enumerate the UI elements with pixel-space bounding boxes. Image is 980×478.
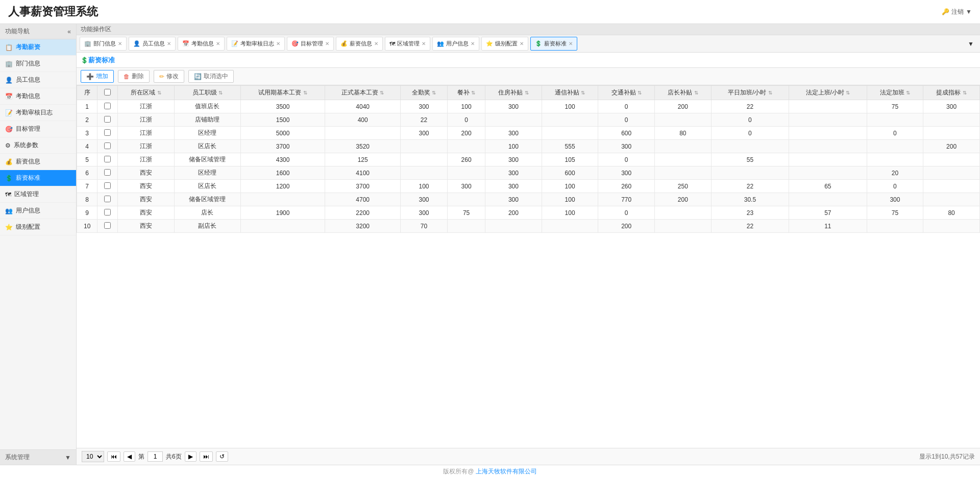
tab-xinzi[interactable]: 💰薪资信息✕ [336, 37, 383, 51]
sidebar-footer[interactable]: 系统管理 ▼ [0, 449, 76, 465]
edit-button[interactable]: ✏ 修改 [154, 70, 184, 83]
row-checkbox[interactable] [104, 169, 111, 176]
sidebar-item-kaoquan[interactable]: 📋考勤薪资 [0, 39, 76, 56]
sidebar-item-quyu[interactable]: 🗺区域管理 [0, 186, 76, 203]
page-size-select[interactable]: 10 20 50 [82, 451, 104, 462]
sidebar-item-kaoqin[interactable]: 📅考勤信息 [0, 88, 76, 105]
table-row[interactable]: 9西安店长1900220030075200100023577580 [77, 206, 980, 220]
col-region[interactable]: 所在区域 ⇅ [118, 86, 175, 100]
col-trial-salary[interactable]: 试用期基本工资 ⇅ [240, 86, 325, 100]
cell-daily-ot: 22 [711, 100, 789, 113]
tab-xinzibiaozhun[interactable]: 💲薪资标准✕ [530, 37, 577, 51]
col-legal-ot[interactable]: 法定上班/小时 ⇅ [789, 86, 867, 100]
cell-legal-ot [789, 193, 867, 206]
tab-close-xinzibiaozhun[interactable]: ✕ [569, 41, 573, 46]
tab-close-yuangong[interactable]: ✕ [167, 41, 171, 46]
first-page-button[interactable]: ⏮ [107, 451, 120, 462]
tab-mubiao[interactable]: 🎯目标管理✕ [287, 37, 334, 51]
col-housing[interactable]: 住房补贴 ⇅ [485, 86, 542, 100]
tab-close-xinzi[interactable]: ✕ [374, 41, 378, 46]
cell-check[interactable] [97, 140, 118, 153]
table-row[interactable]: 7西安区店长1200370010030030010026025022650 [77, 180, 980, 193]
cell-check[interactable] [97, 100, 118, 113]
row-checkbox[interactable] [104, 209, 111, 216]
collapse-icon[interactable]: « [67, 28, 71, 35]
row-checkbox[interactable] [104, 196, 111, 202]
sidebar-item-shenhe[interactable]: 📝考勤审核日志 [0, 105, 76, 121]
tab-more-button[interactable]: ▼ [964, 38, 978, 50]
table-row[interactable]: 6西安区经理1600410030060030020 [77, 166, 980, 180]
col-traffic[interactable]: 交通补贴 ⇅ [598, 86, 655, 100]
sidebar-item-yuangong[interactable]: 👤员工信息 [0, 72, 76, 88]
tab-close-quyu[interactable]: ✕ [422, 41, 426, 46]
sidebar-item-yonghu[interactable]: 👥用户信息 [0, 203, 76, 219]
row-checkbox[interactable] [104, 129, 111, 136]
cancel-select-button[interactable]: 🔄 取消选中 [188, 70, 234, 83]
table-row[interactable]: 8西安储备区域管理470030030010077020030.5300 [77, 193, 980, 206]
sidebar-item-xinzi[interactable]: 💰薪资信息 [0, 154, 76, 170]
col-meal[interactable]: 餐补 ⇅ [448, 86, 485, 100]
table-row[interactable]: 4江浙区店长37003520100555300200 [77, 140, 980, 153]
cell-check[interactable] [97, 220, 118, 233]
col-formal-salary[interactable]: 正式基本工资 ⇅ [325, 86, 400, 100]
tab-yuangong[interactable]: 👤员工信息✕ [129, 37, 176, 51]
cell-check[interactable] [97, 127, 118, 140]
cell-check[interactable] [97, 206, 118, 220]
refresh-button[interactable]: ↺ [216, 451, 228, 462]
cell-check[interactable] [97, 180, 118, 193]
cell-formal-salary: 3520 [325, 140, 400, 153]
tab-shenhe[interactable]: 📝考勤审核日志✕ [227, 37, 285, 51]
col-check[interactable] [97, 86, 118, 100]
cell-housing: 300 [485, 127, 542, 140]
tab-bumen[interactable]: 🏢部门信息✕ [80, 37, 127, 51]
row-checkbox[interactable] [104, 182, 111, 189]
col-comm[interactable]: 通信补贴 ⇅ [542, 86, 598, 100]
sidebar-item-jibie[interactable]: ⭐级别配置 [0, 219, 76, 235]
sidebar-item-xinzibiaozhun[interactable]: 💲薪资标准 [0, 170, 76, 186]
last-page-button[interactable]: ⏭ [200, 451, 213, 462]
row-checkbox[interactable] [104, 222, 111, 229]
tab-quyu[interactable]: 🗺区域管理✕ [385, 37, 430, 51]
current-page-input[interactable] [148, 451, 163, 462]
row-checkbox[interactable] [104, 103, 111, 109]
cell-check[interactable] [97, 153, 118, 166]
cell-manager [655, 166, 712, 180]
tab-close-kaoqin[interactable]: ✕ [216, 41, 220, 46]
tab-jibie[interactable]: ⭐级别配置✕ [481, 37, 528, 51]
table-row[interactable]: 2江浙店铺助理150040022000 [77, 113, 980, 127]
col-attendance[interactable]: 全勤奖 ⇅ [400, 86, 447, 100]
tab-close-bumen[interactable]: ✕ [118, 41, 122, 46]
table-row[interactable]: 3江浙区经理50003002003006008000 [77, 127, 980, 140]
col-daily-ot[interactable]: 平日加班/小时 ⇅ [711, 86, 789, 100]
sidebar-item-mubiao[interactable]: 🎯目标管理 [0, 121, 76, 137]
table-row[interactable]: 5江浙储备区域管理4300125260300105055 [77, 153, 980, 166]
prev-page-button[interactable]: ◀ [124, 451, 135, 462]
next-page-button[interactable]: ▶ [185, 451, 197, 462]
delete-button[interactable]: 🗑 删除 [118, 70, 150, 83]
cell-check[interactable] [97, 113, 118, 127]
sidebar-item-bumen[interactable]: 🏢部门信息 [0, 56, 76, 72]
table-row[interactable]: 1江浙值班店长3500404030010030010002002275300 [77, 100, 980, 113]
tab-kaoqin[interactable]: 📅考勤信息✕ [178, 37, 225, 51]
col-manager[interactable]: 店长补贴 ⇅ [655, 86, 712, 100]
tab-close-yonghu[interactable]: ✕ [471, 41, 475, 46]
add-button[interactable]: ➕ 增加 [81, 70, 114, 83]
tab-close-shenhe[interactable]: ✕ [276, 41, 280, 46]
col-commission[interactable]: 提成指标 ⇅ [923, 86, 980, 100]
tab-close-mubiao[interactable]: ✕ [325, 41, 329, 46]
cell-check[interactable] [97, 166, 118, 180]
select-all-checkbox[interactable] [104, 89, 111, 95]
col-position[interactable]: 员工职级 ⇅ [174, 86, 240, 100]
company-link[interactable]: 上海天牧软件有限公司 [476, 468, 537, 475]
sidebar-item-xitong[interactable]: ⚙系统参数 [0, 137, 76, 154]
table-row[interactable]: 10西安副店长3200702002211 [77, 220, 980, 233]
row-checkbox[interactable] [104, 156, 111, 162]
tab-yonghu[interactable]: 👥用户信息✕ [432, 37, 479, 51]
row-checkbox[interactable] [104, 142, 111, 149]
col-legal-ot2[interactable]: 法定加班 ⇅ [867, 86, 923, 100]
row-checkbox[interactable] [104, 116, 111, 123]
user-menu[interactable]: 🔑 注销 ▼ [942, 8, 972, 16]
cell-check[interactable] [97, 193, 118, 206]
cell-attendance: 300 [400, 206, 447, 220]
tab-close-jibie[interactable]: ✕ [520, 41, 524, 46]
